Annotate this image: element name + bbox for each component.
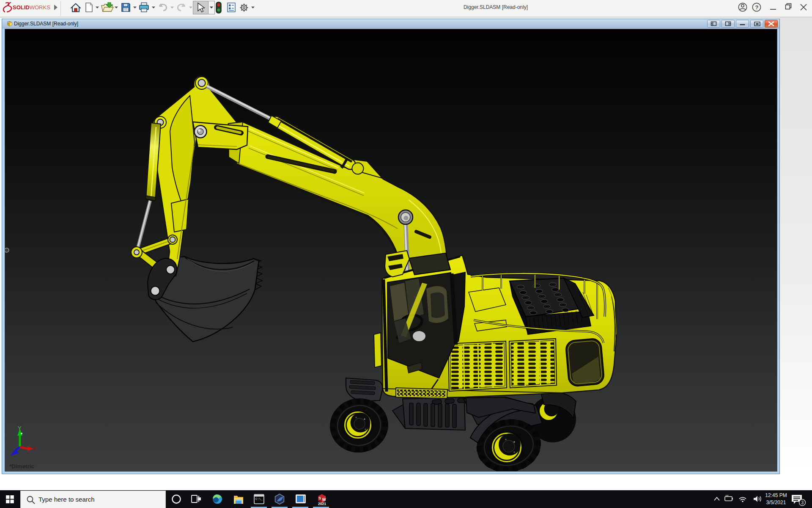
svg-text:SOLIDWORKS: SOLIDWORKS xyxy=(13,4,50,11)
svg-text:S: S xyxy=(318,496,321,500)
svg-text:W: W xyxy=(322,497,326,502)
svg-text:?: ? xyxy=(755,4,759,11)
svg-text:3: 3 xyxy=(801,500,804,505)
svg-text:*Dimetric: *Dimetric xyxy=(9,463,35,469)
svg-text:C:\_: C:\_ xyxy=(255,497,263,501)
svg-text:Y: Y xyxy=(18,425,22,431)
svg-text:2021: 2021 xyxy=(318,502,326,506)
